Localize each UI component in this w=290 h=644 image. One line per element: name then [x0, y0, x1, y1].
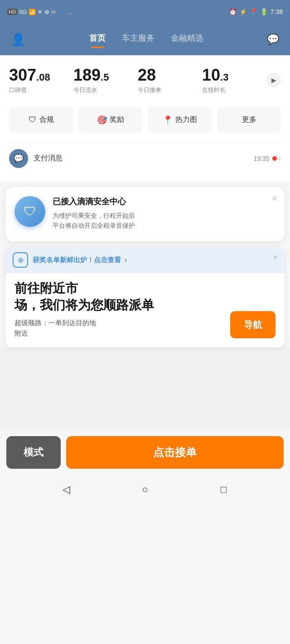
stat-value-revenue: 189.5 [73, 66, 109, 84]
accept-order-button[interactable]: 点击接单 [66, 436, 284, 469]
message-icon[interactable]: 💬 [267, 34, 279, 45]
promo-close-button[interactable]: × [273, 252, 278, 263]
tab-finance[interactable]: 金融精选 [171, 33, 203, 46]
safety-close-button[interactable]: × [272, 193, 277, 204]
stat-label-revenue: 今日流水 [73, 86, 97, 94]
safety-title: 已接入滴滴安全中心 [53, 196, 135, 207]
safety-card: × 🛡 已接入滴滴安全中心 为维护司乘安全，行程开始后平台将自动开启全程录音保护 [5, 187, 285, 242]
stat-label-online: 在线时长 [202, 86, 226, 94]
navigate-button[interactable]: 导航 [230, 311, 276, 338]
stat-orders: 28 今日接单 [138, 66, 202, 94]
stats-expand-button[interactable]: ▶ [266, 73, 281, 87]
promo-sub: 超级顺路：一单到达目的地附近 [14, 318, 223, 338]
promo-shield-icon: ⊕ [13, 252, 28, 268]
hd-icon: HD [7, 9, 17, 15]
alarm-icon: ⏰ [229, 8, 237, 15]
stat-label-orders: 今日接单 [138, 86, 161, 94]
signal-text: 5G [19, 9, 27, 15]
recents-button[interactable]: □ [216, 482, 231, 497]
more-label: 更多 [242, 115, 256, 125]
msg-text: 支付消息 [34, 154, 254, 163]
status-right: ⏰ ⚡ 📍 🔋 7:38 [229, 8, 283, 15]
tab-home[interactable]: 首页 [89, 33, 106, 46]
misc-icons: ✕ ⊛ ♾ 🔹 … [38, 9, 72, 15]
status-left: HD 5G 📶 ✕ ⊛ ♾ 🔹 … [7, 9, 73, 15]
reward-button[interactable]: 🎯 奖励 [78, 107, 142, 133]
mode-button[interactable]: 模式 [6, 436, 61, 469]
stat-label-reputation: 口碑值 [9, 86, 27, 94]
payment-message-row[interactable]: 💬 支付消息 19:35 › [9, 142, 281, 174]
promo-desc: 前往附近市场，我们将为您顺路派单 超级顺路：一单到达目的地附近 [14, 280, 223, 338]
promo-arrow-icon: › [123, 256, 127, 264]
msg-chat-icon: 💬 [14, 154, 24, 163]
quick-actions: 🛡 合规 🎯 奖励 📍 热力图 更多 [9, 107, 281, 133]
safety-inner: 🛡 已接入滴滴安全中心 为维护司乘安全，行程开始后平台将自动开启全程录音保护 [14, 196, 276, 231]
promo-top-bar[interactable]: ⊕ 获奖名单新鲜出炉！点击查看 › [5, 247, 285, 273]
gray-spacer [0, 347, 290, 429]
promo-title: 前往附近市场，我们将为您顺路派单 [14, 280, 223, 313]
heatmap-button[interactable]: 📍 热力图 [148, 107, 212, 133]
nav-bar: 👤 首页 车主服务 金融精选 💬 [0, 24, 290, 55]
safety-shield-wrap: 🛡 [14, 196, 45, 227]
promo-banner: × ⊕ 获奖名单新鲜出炉！点击查看 › 前往附近市场，我们将为您顺路派单 超级顺… [5, 247, 285, 347]
safety-text: 已接入滴滴安全中心 为维护司乘安全，行程开始后平台将自动开启全程录音保护 [53, 196, 135, 231]
bluetooth-icon: ⚡ [239, 8, 247, 15]
reward-icon: 🎯 [97, 115, 107, 125]
compliance-button[interactable]: 🛡 合规 [9, 107, 73, 133]
stat-online-time: 10.3 在线时长 [202, 66, 266, 94]
profile-icon[interactable]: 👤 [11, 33, 25, 47]
promo-main: 前往附近市场，我们将为您顺路派单 超级顺路：一单到达目的地附近 导航 [5, 273, 285, 347]
reward-label: 奖励 [110, 115, 124, 125]
clock: 7:38 [271, 8, 283, 15]
more-button[interactable]: 更多 [217, 107, 281, 133]
msg-unread-dot [272, 156, 277, 161]
main-content: 307.08 口碑值 189.5 今日流水 28 今日接单 10.3 在线时长 … [0, 55, 290, 182]
msg-chevron-icon: › [279, 154, 281, 163]
signal-bars: 📶 [29, 9, 36, 15]
safety-desc: 为维护司乘安全，行程开始后平台将自动开启全程录音保护 [53, 211, 135, 231]
msg-time: 19:35 [254, 155, 270, 162]
stats-row: 307.08 口碑值 189.5 今日流水 28 今日接单 10.3 在线时长 … [9, 66, 281, 94]
home-button[interactable]: ○ [138, 482, 152, 497]
compliance-icon: 🛡 [29, 115, 37, 125]
compliance-label: 合规 [39, 115, 54, 125]
safety-shield-icon: 🛡 [24, 204, 36, 219]
battery-icon: 🔋 [260, 8, 268, 15]
nav-tabs: 首页 车主服务 金融精选 [89, 33, 203, 46]
location-icon: 📍 [250, 8, 257, 15]
bottom-bar: 模式 点击接单 [0, 429, 290, 476]
stat-reputation: 307.08 口碑值 [9, 66, 73, 94]
status-bar: HD 5G 📶 ✕ ⊛ ♾ 🔹 … ⏰ ⚡ 📍 🔋 7:38 [0, 0, 290, 24]
heatmap-icon: 📍 [163, 115, 173, 125]
heatmap-label: 热力图 [175, 115, 197, 125]
promo-top-text: 获奖名单新鲜出炉！点击查看 › [33, 256, 127, 264]
stat-value-online: 10.3 [202, 66, 228, 84]
home-indicator: ◁ ○ □ [0, 476, 290, 503]
tab-owner-service[interactable]: 车主服务 [122, 33, 155, 46]
stat-value-orders: 28 [138, 66, 156, 84]
stat-value-reputation: 307.08 [9, 66, 50, 84]
back-button[interactable]: ◁ [59, 482, 74, 497]
stat-revenue: 189.5 今日流水 [73, 66, 138, 94]
msg-icon-wrap: 💬 [9, 149, 28, 168]
